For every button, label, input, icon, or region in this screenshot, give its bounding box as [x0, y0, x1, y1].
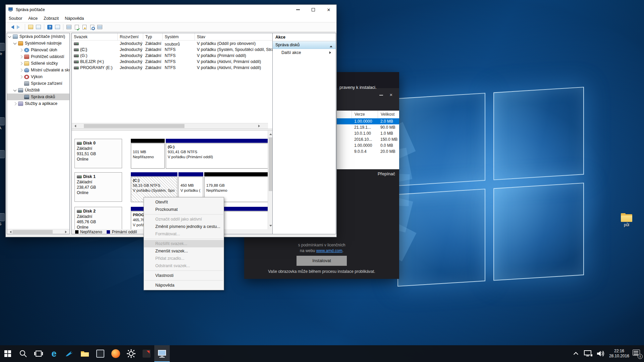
volume-row[interactable]: Jednoduchý Základní V pořádku (Oddíl pro…	[72, 41, 273, 47]
menu-item-zmensit-svazek[interactable]: Zmenšit svazek...	[144, 247, 224, 255]
help-icon[interactable]: ?	[47, 24, 53, 30]
disk1-info-box[interactable]: Disk 1 Základní 238,47 GB Online	[74, 172, 122, 202]
volume-row[interactable]: (G:) Jednoduchý Základní NTFS V pořádku …	[72, 53, 273, 59]
chevron-expanded-icon[interactable]	[8, 35, 11, 38]
chevron-collapsed-icon[interactable]	[19, 48, 23, 52]
scroll-right-arrow[interactable]	[258, 125, 261, 127]
tree-item-sluzby-aplikace[interactable]: Služby a aplikace	[7, 100, 69, 107]
tree-item-systemove-nastroje[interactable]: Systémové nástroje	[7, 40, 69, 47]
column-system-souboru[interactable]: Systém souborů	[163, 33, 195, 41]
settings-button[interactable]	[123, 345, 139, 362]
collapse-icon[interactable]	[330, 44, 332, 47]
title-bar[interactable]: Správa počítače ✕	[6, 5, 336, 15]
menu-akce[interactable]: Akce	[25, 16, 41, 21]
amd-website-link[interactable]: www.amd.com	[316, 248, 342, 253]
taskbar-clock[interactable]: 22:16 28.10.2016	[609, 349, 629, 359]
file-explorer-button[interactable]	[77, 345, 93, 362]
bird-app-button[interactable]	[62, 345, 77, 362]
disk0-info-box[interactable]: Disk 0 Základní 931,51 GB Online	[74, 139, 122, 168]
menu-item-napoveda[interactable]: Nápověda	[144, 282, 224, 289]
menu-napoveda[interactable]: Nápověda	[62, 16, 87, 21]
network-icon[interactable]	[584, 350, 593, 357]
column-svazek[interactable]: Svazek	[72, 33, 118, 41]
chevron-collapsed-icon[interactable]	[13, 102, 17, 105]
desktop-icon-clipped[interactable]: S	[0, 213, 5, 226]
tree-item-planovac-uloh[interactable]: Plánovač úloh	[7, 47, 69, 53]
properties-list-icon[interactable]	[97, 24, 103, 30]
desktop-icon-clipped[interactable]: A	[0, 117, 5, 130]
amd-column-verze[interactable]: Verze	[352, 111, 378, 118]
refresh-check-icon[interactable]	[73, 24, 80, 30]
rescan-icon[interactable]	[81, 24, 88, 30]
column-rozvrzeni[interactable]: Rozvržení	[118, 33, 143, 41]
amd-minimize-button[interactable]	[378, 92, 384, 98]
volume-row[interactable]: (C:) Jednoduchý Základní NTFS V pořádku …	[72, 47, 273, 53]
close-button[interactable]: ✕	[321, 5, 336, 15]
chevron-collapsed-icon[interactable]	[19, 62, 23, 65]
search-button[interactable]	[15, 345, 31, 362]
install-button[interactable]: Instalovat	[297, 256, 347, 266]
amd-close-button[interactable]: ×	[388, 92, 394, 98]
task-view-button[interactable]	[31, 345, 46, 362]
amd-app-button[interactable]	[139, 345, 154, 362]
partition-unallocated[interactable]: 101 MBNepřiřazeno	[131, 139, 165, 168]
chevron-expanded-icon[interactable]	[13, 88, 17, 92]
chevron-collapsed-icon[interactable]	[19, 68, 23, 72]
scroll-up-arrow[interactable]	[269, 132, 272, 135]
forward-button[interactable]	[16, 24, 22, 30]
back-button[interactable]	[8, 24, 15, 30]
actions-group-sprava-disku[interactable]: Správa disků	[273, 41, 336, 49]
column-stav[interactable]: Stav	[195, 33, 274, 41]
action-center-button[interactable]: 1	[633, 350, 641, 358]
tree-horizontal-scrollbar[interactable]	[7, 229, 69, 234]
tree-item-uloziste[interactable]: Úložiště	[7, 87, 69, 94]
firefox-button[interactable]	[108, 345, 123, 362]
menu-item-otevrit[interactable]: Otevřít	[144, 198, 224, 206]
tree-item-prohlizec-udalosti[interactable]: Prohlížeč událostí	[7, 53, 69, 60]
menu-zobrazit[interactable]: Zobrazit	[41, 16, 62, 21]
minimize-button[interactable]	[290, 5, 306, 15]
tree-item-spravce-zarizeni[interactable]: Správce zařízení	[7, 80, 69, 87]
menu-soubor[interactable]: Soubor	[6, 16, 25, 21]
action-pane-icon[interactable]	[54, 24, 61, 30]
tree-item-sprava-disku[interactable]: Správa disků	[7, 94, 69, 100]
computer-management-taskbar-button[interactable]	[154, 345, 170, 362]
scrollbar-thumb[interactable]	[12, 230, 53, 234]
volume-row[interactable]: BLEJZR (H:) Jednoduchý Základní NTFS V p…	[72, 59, 273, 65]
tray-chevron-icon[interactable]	[574, 352, 578, 357]
menu-item-vlastnosti[interactable]: Vlastnosti	[144, 272, 224, 279]
scroll-left-arrow[interactable]	[73, 125, 76, 127]
tree-item-mistni-uzivatele[interactable]: Místní uživatelé a skupi	[7, 67, 69, 73]
show-tree-icon[interactable]	[28, 24, 34, 30]
scroll-right-arrow[interactable]	[65, 231, 68, 233]
actions-more[interactable]: Další akce	[273, 49, 336, 57]
export-list-icon[interactable]	[66, 24, 72, 30]
scroll-left-arrow[interactable]	[8, 231, 11, 233]
chevron-collapsed-icon[interactable]	[19, 75, 23, 78]
menu-item-prozkoumat[interactable]: Prozkoumat	[144, 206, 224, 213]
volume-row[interactable]: PROGRAMY (E:) Jednoduchý Základní NTFS V…	[72, 65, 273, 71]
partition-g[interactable]: (G:)931,41 GB NTFSV pořádku (Primární od…	[166, 139, 268, 168]
start-button[interactable]	[0, 345, 15, 362]
scrollbar-thumb[interactable]	[84, 124, 184, 128]
desktop-icon-clipped[interactable]	[0, 150, 5, 159]
amd-column-velikost[interactable]: Velikost	[378, 111, 398, 118]
tree-item-vykon[interactable]: Výkon	[7, 73, 69, 80]
scroll-down-arrow[interactable]	[269, 225, 272, 228]
menu-item-zmenit-pismeno[interactable]: Změnit písmeno jednotky a cestu...	[144, 223, 224, 230]
chevron-expanded-icon[interactable]	[13, 41, 17, 45]
tree-item-sdilene-slozky[interactable]: Sdílené složky	[7, 60, 69, 67]
chevron-collapsed-icon[interactable]	[19, 55, 23, 58]
edge-button[interactable]: e	[46, 345, 62, 362]
detail-view-icon[interactable]	[89, 24, 95, 30]
console-panel-icon[interactable]	[35, 24, 42, 30]
disk2-info-box[interactable]: Disk 2 Základní 465,76 GB Online	[74, 207, 122, 229]
volume-horizontal-scrollbar[interactable]	[72, 123, 268, 129]
column-typ[interactable]: Typ	[143, 33, 163, 41]
desktop-icon-clipped[interactable]: Te	[0, 43, 5, 56]
volume-icon[interactable]	[596, 350, 606, 357]
maximize-button[interactable]	[306, 5, 321, 15]
tree-item-sprava-pocitace[interactable]: Správa počítače (místní)	[7, 33, 69, 40]
desktop-folder-pul[interactable]: půl	[618, 213, 635, 227]
app-button-generic[interactable]	[93, 345, 108, 362]
